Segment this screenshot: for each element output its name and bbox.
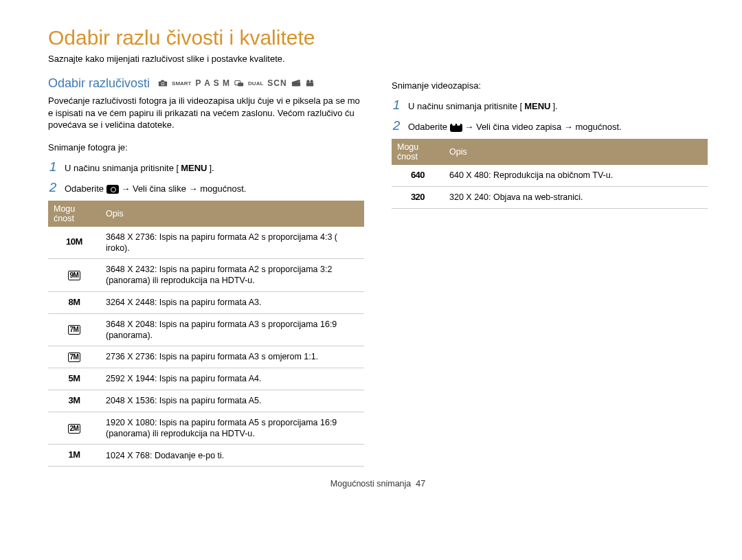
menu-label: MENU xyxy=(522,101,552,111)
resolution-desc: 3264 X 2448: Ispis na papiru formata A3. xyxy=(100,291,364,313)
video-res-icon: 320 xyxy=(392,186,444,208)
step-text: U načinu snimanja pritisnite [MENU]. xyxy=(65,163,214,173)
table-row: 7M2736 X 2736: Ispis na papiru formata A… xyxy=(48,346,364,368)
resolution-desc: 3648 X 2736: Ispis na papiru formata A2 … xyxy=(100,227,364,259)
svg-rect-4 xyxy=(238,82,243,86)
step-number: 2 xyxy=(48,180,58,195)
svg-rect-1 xyxy=(161,80,164,82)
svg-rect-8 xyxy=(306,82,313,86)
resolution-icon: 10M xyxy=(66,236,82,248)
camera-mode-icon xyxy=(158,78,168,88)
resolution-icon: 1M xyxy=(68,449,80,461)
table-row: 7M3648 X 2048: Ispis na papiru formata A… xyxy=(48,313,364,346)
step-number: 2 xyxy=(392,118,401,133)
page-title: Odabir razlu čivosti i kvalitete xyxy=(48,26,708,49)
step1-pre: U načinu snimanja pritisnite [ xyxy=(65,163,179,173)
resolution-desc: 1920 X 1080: Ispis na papiru formata A5 … xyxy=(100,412,364,445)
table-row: 640640 X 480: Reprodukcija na običnom TV… xyxy=(392,165,708,186)
left-column: Odabir razlučivosti SMART P A S M DUAL S… xyxy=(48,76,364,467)
resolution-desc: 2592 X 1944: Ispis na papiru formata A4. xyxy=(100,368,364,390)
resolution-icon: 8M xyxy=(68,297,80,309)
menu-label: MENU xyxy=(179,163,209,173)
resolution-icon-cell: 10M xyxy=(48,227,100,259)
step1-post: ]. xyxy=(552,101,557,111)
video-res-icon: 640 xyxy=(392,165,444,186)
resolution-icon: 7M xyxy=(68,325,81,335)
resolution-paragraph: Povećanje razlučivosti fotogra ja ili vi… xyxy=(48,95,364,131)
col-desc: Opis xyxy=(100,201,364,227)
clapper-icon xyxy=(291,78,301,88)
video-size-table: Mogu ćnost Opis 640640 X 480: Reprodukci… xyxy=(392,139,708,209)
table-row: 2M1920 X 1080: Ispis na papiru formata A… xyxy=(48,412,364,445)
content-columns: Odabir razlučivosti SMART P A S M DUAL S… xyxy=(48,76,708,467)
step-text: Odaberite → Veli čina slike → mogućnost. xyxy=(65,183,246,194)
camera-icon xyxy=(106,185,119,194)
resolution-icon: 3M xyxy=(68,395,80,407)
resolution-icon-cell: 7M xyxy=(48,313,100,346)
resolution-icon-cell: 5M xyxy=(48,368,100,390)
video-res-desc: 320 X 240: Objava na web-stranici. xyxy=(444,186,708,208)
table-row: 3M2048 X 1536: Ispis na papiru formata A… xyxy=(48,390,364,412)
photo-step-1: 1 U načinu snimanja pritisnite [MENU]. xyxy=(48,159,364,175)
mode-pasm: P A S M xyxy=(196,78,231,88)
resolution-desc: 2048 X 1536: Ispis na papiru formata A5. xyxy=(100,390,364,412)
resolution-desc: 2736 X 2736: Ispis na papiru formata A3 … xyxy=(100,346,364,368)
resolution-icon: 9M xyxy=(68,271,81,280)
step2-mid: → Veli čina video zapisa → mogućnost. xyxy=(462,122,622,132)
dual-mode-icon xyxy=(234,78,244,88)
table-row: 8M3264 X 2448: Ispis na papiru formata A… xyxy=(48,291,364,313)
right-column: Snimanje videozapisa: 1 U načinu snimanj… xyxy=(392,76,708,467)
footer-section: Mogućnosti snimanja xyxy=(330,479,411,489)
step2-mid: → Veli čina slike → mogućnost. xyxy=(119,183,247,194)
col-desc: Opis xyxy=(444,139,708,165)
step-text: U načinu snimanja pritisnite [MENU]. xyxy=(408,101,558,111)
table-row: 1M1024 X 768: Dodavanje e-po ti. xyxy=(48,445,364,467)
subheading-row: Odabir razlučivosti SMART P A S M DUAL S… xyxy=(48,76,364,91)
step1-pre: U načinu snimanja pritisnite [ xyxy=(408,101,522,111)
mode-dual: DUAL xyxy=(248,80,263,87)
resolution-icon-cell: 8M xyxy=(48,291,100,313)
intro-text: Saznajte kako mijenjati razlučivost slik… xyxy=(48,54,708,64)
page-footer: Mogućnosti snimanja 47 xyxy=(48,479,708,489)
table-row: 10M3648 X 2736: Ispis na papiru formata … xyxy=(48,227,364,259)
table-row: 9M3648 X 2432: Ispis na papiru formata A… xyxy=(48,259,364,292)
resolution-desc: 1024 X 768: Dodavanje e-po ti. xyxy=(100,445,364,467)
col-option: Mogu ćnost xyxy=(48,201,100,227)
resolution-icon-cell: 2M xyxy=(48,412,100,445)
step1-post: ]. xyxy=(209,163,214,173)
resolution-icon-cell: 3M xyxy=(48,390,100,412)
table-row: 5M2592 X 1944: Ispis na papiru formata A… xyxy=(48,368,364,390)
mode-smart: SMART xyxy=(172,80,191,87)
resolution-desc: 3648 X 2432: Ispis na papiru formata A2 … xyxy=(100,259,364,292)
step-number: 1 xyxy=(48,159,58,175)
step2-pre: Odaberite xyxy=(408,122,450,132)
table-row: 320320 X 240: Objava na web-stranici. xyxy=(392,186,708,208)
resolution-icon: 7M xyxy=(68,352,81,362)
resolution-icon-cell: 1M xyxy=(48,445,100,467)
photo-size-table: Mogu ćnost Opis 10M3648 X 2736: Ispis na… xyxy=(48,201,364,467)
resolution-icon-cell: 9M xyxy=(48,259,100,292)
video-section-label: Snimanje videozapisa: xyxy=(392,80,708,91)
video-mode-icon xyxy=(305,78,315,88)
step-number: 1 xyxy=(392,98,401,113)
col-option: Mogu ćnost xyxy=(392,139,444,165)
step2-pre: Odaberite xyxy=(65,183,106,194)
svg-point-6 xyxy=(306,80,309,82)
photo-step-2: 2 Odaberite → Veli čina slike → mogućnos… xyxy=(48,180,364,195)
mode-scn: SCN xyxy=(267,78,286,88)
video-step-2: 2 Odaberite → Veli čina video zapisa → m… xyxy=(392,118,708,133)
resolution-icon-cell: 7M xyxy=(48,346,100,368)
resolution-icon: 2M xyxy=(68,424,81,434)
video-icon xyxy=(450,124,462,132)
subheading: Odabir razlučivosti xyxy=(48,76,150,91)
mode-icon-strip: SMART P A S M DUAL SCN xyxy=(158,78,315,88)
video-step-1: 1 U načinu snimanja pritisnite [MENU]. xyxy=(392,98,708,113)
video-res-desc: 640 X 480: Reprodukcija na običnom TV-u. xyxy=(444,165,708,186)
svg-point-7 xyxy=(310,80,313,82)
footer-page-number: 47 xyxy=(416,479,425,489)
step-text: Odaberite → Veli čina video zapisa → mog… xyxy=(408,122,622,132)
resolution-desc: 3648 X 2048: Ispis na papiru formata A3 … xyxy=(100,313,364,346)
resolution-icon: 5M xyxy=(68,373,80,385)
photo-section-label: Snimanje fotogra je: xyxy=(48,142,364,153)
